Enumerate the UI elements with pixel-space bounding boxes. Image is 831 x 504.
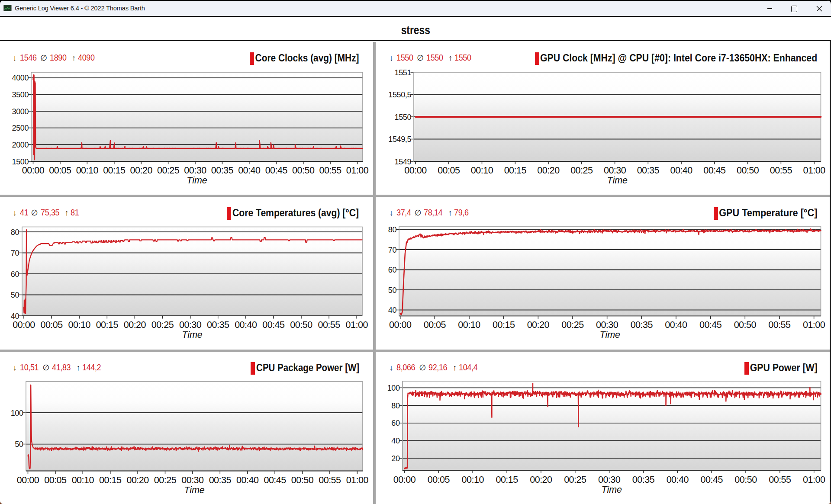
svg-text:00:10: 00:10 <box>471 165 493 176</box>
svg-text:70: 70 <box>11 249 19 257</box>
svg-text:00:45: 00:45 <box>699 320 722 330</box>
svg-text:2000: 2000 <box>12 141 29 149</box>
svg-text:Time: Time <box>601 485 622 495</box>
svg-text:00:40: 00:40 <box>238 165 261 176</box>
svg-text:40: 40 <box>388 306 397 315</box>
svg-text:00:50: 00:50 <box>292 165 315 176</box>
svg-text:1549: 1549 <box>395 157 412 166</box>
svg-text:00:30: 00:30 <box>184 165 206 176</box>
svg-text:00:10: 00:10 <box>458 320 480 330</box>
svg-text:00:20: 00:20 <box>130 165 153 176</box>
svg-text:00:25: 00:25 <box>570 165 593 176</box>
svg-text:00:50: 00:50 <box>290 320 312 330</box>
svg-text:00:40: 00:40 <box>670 165 692 176</box>
svg-text:00:35: 00:35 <box>631 320 653 330</box>
svg-text:01:00: 01:00 <box>346 320 368 330</box>
svg-text:50: 50 <box>11 291 19 299</box>
svg-text:01:00: 01:00 <box>803 475 825 485</box>
svg-text:80: 80 <box>11 228 19 237</box>
svg-text:00:45: 00:45 <box>703 165 726 176</box>
svg-text:00:10: 00:10 <box>72 475 94 485</box>
svg-text:00:00: 00:00 <box>389 320 412 330</box>
svg-text:1551: 1551 <box>395 68 412 77</box>
svg-text:00:00: 00:00 <box>17 475 39 485</box>
svg-text:00:45: 00:45 <box>264 475 286 485</box>
svg-text:00:40: 00:40 <box>236 475 259 485</box>
svg-text:Time: Time <box>182 330 203 340</box>
svg-text:20: 20 <box>391 454 400 463</box>
svg-text:00:00: 00:00 <box>393 475 416 485</box>
svg-text:00:25: 00:25 <box>157 165 180 176</box>
svg-text:60: 60 <box>11 270 19 279</box>
svg-text:00:50: 00:50 <box>734 475 757 485</box>
svg-text:4000: 4000 <box>12 74 29 82</box>
svg-text:Time: Time <box>187 175 207 186</box>
svg-text:100: 100 <box>387 384 400 392</box>
svg-text:00:15: 00:15 <box>99 475 122 485</box>
svg-text:00:30: 00:30 <box>598 475 621 485</box>
svg-text:00:20: 00:20 <box>126 475 149 485</box>
svg-text:00:20: 00:20 <box>527 320 550 330</box>
svg-text:Time: Time <box>599 330 620 340</box>
svg-text:00:45: 00:45 <box>701 475 723 485</box>
svg-text:00:05: 00:05 <box>438 165 460 176</box>
svg-text:1549,5: 1549,5 <box>388 135 411 144</box>
svg-text:00:15: 00:15 <box>493 320 515 330</box>
svg-text:00:40: 00:40 <box>235 320 257 330</box>
svg-text:00:05: 00:05 <box>428 475 450 485</box>
svg-text:00:25: 00:25 <box>564 475 586 485</box>
svg-text:00:35: 00:35 <box>632 475 655 485</box>
svg-text:00:15: 00:15 <box>103 165 126 176</box>
svg-text:40: 40 <box>391 437 400 445</box>
svg-text:00:55: 00:55 <box>768 320 791 330</box>
svg-text:100: 100 <box>11 409 23 417</box>
svg-text:00:50: 00:50 <box>734 320 757 330</box>
svg-text:00:15: 00:15 <box>504 165 527 176</box>
svg-text:80: 80 <box>388 225 397 234</box>
svg-text:00:05: 00:05 <box>424 320 446 330</box>
svg-text:00:15: 00:15 <box>96 320 119 330</box>
svg-text:00:05: 00:05 <box>49 165 71 176</box>
svg-text:00:55: 00:55 <box>319 165 341 176</box>
svg-text:50: 50 <box>388 286 397 295</box>
svg-text:00:00: 00:00 <box>13 320 35 330</box>
svg-text:00:40: 00:40 <box>665 320 687 330</box>
svg-text:00:50: 00:50 <box>291 475 314 485</box>
svg-text:80: 80 <box>391 401 400 410</box>
svg-text:00:05: 00:05 <box>40 320 63 330</box>
svg-text:2500: 2500 <box>12 124 29 132</box>
svg-text:00:45: 00:45 <box>265 165 288 176</box>
svg-text:00:30: 00:30 <box>179 320 202 330</box>
svg-text:00:50: 00:50 <box>737 165 759 176</box>
svg-text:01:00: 01:00 <box>803 320 825 330</box>
svg-text:00:00: 00:00 <box>22 165 45 176</box>
svg-text:00:55: 00:55 <box>319 475 341 485</box>
svg-text:01:00: 01:00 <box>346 165 369 176</box>
svg-text:50: 50 <box>15 440 23 449</box>
svg-text:1550: 1550 <box>395 113 412 122</box>
svg-text:00:25: 00:25 <box>561 320 584 330</box>
svg-text:00:10: 00:10 <box>462 475 484 485</box>
svg-text:00:20: 00:20 <box>530 475 552 485</box>
svg-text:00:55: 00:55 <box>318 320 340 330</box>
svg-text:3000: 3000 <box>12 107 29 116</box>
svg-text:00:45: 00:45 <box>262 320 285 330</box>
svg-text:00:00: 00:00 <box>404 165 427 176</box>
svg-text:01:00: 01:00 <box>346 475 369 485</box>
svg-text:70: 70 <box>388 246 397 254</box>
svg-text:00:20: 00:20 <box>537 165 560 176</box>
svg-text:Time: Time <box>184 485 205 495</box>
svg-text:1550,5: 1550,5 <box>388 90 411 99</box>
svg-text:00:35: 00:35 <box>207 320 229 330</box>
svg-text:00:35: 00:35 <box>211 165 234 176</box>
svg-text:00:25: 00:25 <box>154 475 177 485</box>
svg-text:1500: 1500 <box>12 157 29 166</box>
svg-text:00:35: 00:35 <box>209 475 232 485</box>
svg-text:60: 60 <box>388 266 397 274</box>
svg-text:00:15: 00:15 <box>496 475 518 485</box>
svg-text:00:30: 00:30 <box>604 165 626 176</box>
svg-text:Time: Time <box>607 175 628 186</box>
svg-text:00:10: 00:10 <box>76 165 99 176</box>
svg-text:00:55: 00:55 <box>769 475 791 485</box>
svg-text:00:30: 00:30 <box>181 475 204 485</box>
